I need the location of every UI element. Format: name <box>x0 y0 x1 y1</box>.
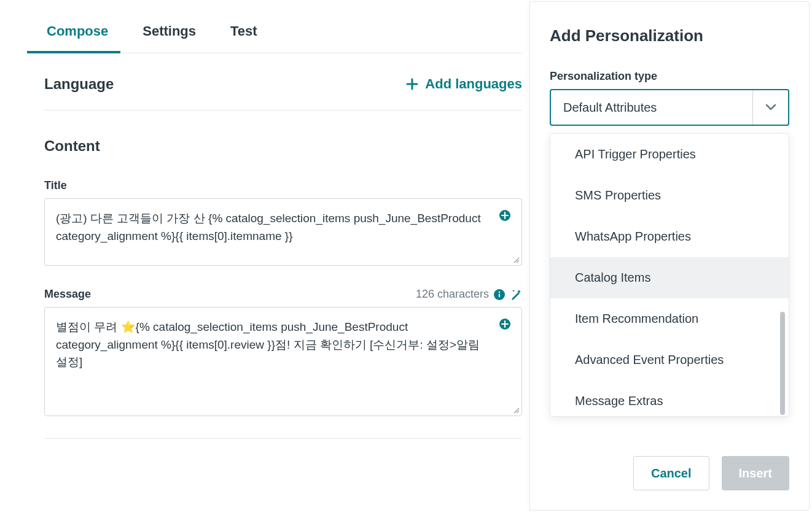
info-icon[interactable] <box>494 289 505 300</box>
divider <box>44 110 522 110</box>
svg-rect-2 <box>499 293 500 297</box>
message-input[interactable]: 별점이 무려 ⭐{% catalog_selection_items push_… <box>44 307 522 416</box>
select-value: Default Attributes <box>551 90 752 125</box>
option-sms-properties[interactable]: SMS Properties <box>550 175 789 216</box>
option-item-recommendation[interactable]: Item Recommendation <box>550 298 789 339</box>
option-advanced-event-properties[interactable]: Advanced Event Properties <box>550 339 789 381</box>
svg-point-3 <box>499 291 500 292</box>
magic-wand-icon[interactable] <box>510 288 522 301</box>
tab-test[interactable]: Test <box>228 12 260 53</box>
title-input[interactable]: (광고) 다른 고객들이 가장 산 {% catalog_selection_i… <box>44 198 522 266</box>
chevron-down-icon <box>752 90 788 125</box>
personalization-panel: Add Personalization Personalization type… <box>529 1 810 511</box>
char-count: 126 characters <box>416 288 489 301</box>
option-catalog-items[interactable]: Catalog Items <box>550 257 789 298</box>
tab-settings[interactable]: Settings <box>140 12 198 53</box>
option-api-trigger-properties[interactable]: API Trigger Properties <box>550 134 789 175</box>
tab-compose[interactable]: Compose <box>44 12 111 53</box>
personalization-type-select[interactable]: Default Attributes <box>550 89 789 126</box>
option-message-extras[interactable]: Message Extras <box>550 381 789 416</box>
cancel-button[interactable]: Cancel <box>633 456 709 490</box>
add-personalization-message-button[interactable] <box>499 318 511 330</box>
panel-title: Add Personalization <box>550 26 789 45</box>
language-section-title: Language <box>44 75 114 93</box>
add-personalization-title-button[interactable] <box>499 209 511 222</box>
add-languages-label: Add languages <box>425 76 522 92</box>
scrollbar[interactable] <box>780 312 785 415</box>
insert-button[interactable]: Insert <box>722 456 789 490</box>
content-section-title: Content <box>44 137 522 155</box>
message-field-label: Message <box>44 288 91 301</box>
personalization-type-dropdown: API Trigger Properties SMS Properties Wh… <box>550 133 789 417</box>
personalization-type-label: Personalization type <box>550 70 789 83</box>
plus-icon <box>405 77 419 91</box>
title-field-label: Title <box>44 179 67 192</box>
tabs: Compose Settings Test <box>44 12 522 53</box>
add-languages-button[interactable]: Add languages <box>405 76 522 92</box>
divider <box>44 438 522 439</box>
option-whatsapp-properties[interactable]: WhatsApp Properties <box>550 216 789 257</box>
